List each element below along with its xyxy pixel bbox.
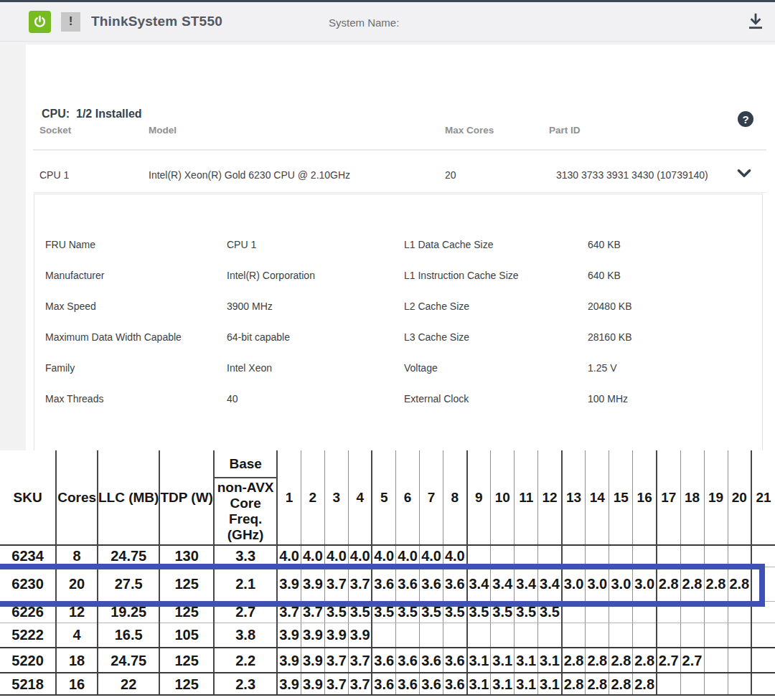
turbo-cell: 4.0: [443, 545, 467, 567]
active-cores-header: 15: [609, 450, 633, 545]
turbo-cell: [657, 601, 680, 623]
turbo-cell: 3.5: [372, 601, 395, 623]
app-header: ! ThinkSystem ST550 System Name:: [0, 2, 775, 42]
sku-cores-cell: 12: [56, 601, 98, 623]
turbo-cell: 3.6: [396, 673, 420, 695]
turbo-cell: 2.8: [586, 648, 609, 673]
detail-label: L3 Cache Size: [404, 331, 588, 343]
turbo-cell: [728, 601, 751, 623]
turbo-cell: 3.7: [348, 673, 372, 695]
turbo-cell: 3.1: [491, 673, 515, 695]
download-button[interactable]: [746, 12, 765, 31]
turbo-cell: 3.9: [301, 648, 324, 673]
turbo-cell: 3.1: [491, 648, 515, 673]
sku-sku-cell: 6226: [0, 601, 56, 623]
turbo-cell: 3.7: [301, 601, 324, 623]
turbo-cell: 4.0: [420, 545, 443, 567]
turbo-cell: 2.8: [680, 567, 704, 601]
turbo-cell: [538, 545, 562, 567]
turbo-cell: 3.5: [396, 601, 420, 623]
active-cores-header: 12: [538, 450, 562, 545]
column-header-model: Model: [149, 125, 177, 136]
detail-value: 20480 KB: [588, 301, 758, 312]
turbo-cell: [728, 623, 751, 648]
turbo-cell: [751, 648, 775, 673]
active-cores-header: 2: [301, 450, 324, 545]
turbo-cell: 4.0: [372, 545, 395, 567]
turbo-cell: [609, 623, 633, 648]
turbo-cell: [704, 545, 728, 567]
sku-llc-cell: 24.75: [98, 545, 159, 567]
turbo-cell: 3.9: [301, 673, 324, 695]
active-cores-header: 14: [586, 450, 609, 545]
turbo-cell: 3.5: [515, 601, 538, 623]
sku-base-cell: 3.3: [214, 545, 277, 567]
turbo-cell: 3.5: [348, 601, 372, 623]
turbo-cell: [562, 623, 586, 648]
turbo-cell: 3.5: [467, 601, 491, 623]
active-cores-header: 8: [443, 450, 467, 545]
detail-label: Family: [45, 362, 227, 374]
turbo-cell: 3.1: [538, 673, 562, 695]
spec-col-header: TDP (W): [159, 450, 214, 545]
detail-value: CPU 1: [227, 239, 404, 250]
detail-value: 100 MHz: [588, 393, 758, 405]
panel-title: CPU: 1/2 Installed: [42, 108, 142, 120]
detail-value: Intel(R) Corporation: [227, 270, 404, 281]
turbo-cell: [728, 545, 751, 567]
turbo-cell: [515, 545, 538, 567]
active-cores-header: 18: [680, 450, 704, 545]
spec-col-header: SKU: [0, 450, 56, 545]
active-cores-header: 19: [704, 450, 728, 545]
turbo-cell: 3.0: [562, 567, 586, 601]
detail-label: External Clock: [404, 393, 588, 405]
turbo-cell: [586, 601, 609, 623]
turbo-cell: 3.6: [372, 567, 395, 601]
turbo-cell: 3.9: [277, 648, 301, 673]
turbo-cell: [704, 648, 728, 673]
base-header-top: Base: [215, 450, 276, 478]
turbo-cell: 3.6: [372, 648, 395, 673]
cpu1-row[interactable]: CPU 1 Intel(R) Xeon(R) Gold 6230 CPU @ 2…: [26, 149, 775, 192]
turbo-cell: [751, 601, 775, 623]
turbo-cell: [704, 601, 728, 623]
turbo-cell: 2.7: [657, 648, 680, 673]
active-cores-header: 17: [657, 450, 680, 545]
turbo-cell: 3.5: [443, 601, 467, 623]
turbo-cell: 3.6: [396, 648, 420, 673]
turbo-cell: [562, 545, 586, 567]
active-cores-header: 13: [562, 450, 586, 545]
cpu1-socket: CPU 1: [39, 169, 69, 181]
turbo-cell: [751, 545, 775, 567]
turbo-cell: 3.4: [538, 567, 562, 601]
turbo-cell: 3.1: [467, 648, 491, 673]
turbo-cell: 3.6: [420, 673, 443, 695]
chevron-down-icon[interactable]: [735, 164, 753, 182]
turbo-cell: 3.9: [301, 567, 324, 601]
alert-badge[interactable]: !: [61, 12, 80, 32]
turbo-cell: 3.7: [324, 567, 348, 601]
turbo-cell: [657, 673, 680, 695]
active-cores-header: 5: [372, 450, 395, 545]
turbo-cell: [609, 545, 633, 567]
detail-label: FRU Name: [45, 239, 227, 250]
active-cores-header: 4: [348, 450, 372, 545]
turbo-cell: [633, 623, 657, 648]
sku-cores-cell: 20: [56, 567, 98, 601]
detail-label: L1 Data Cache Size: [404, 239, 588, 250]
detail-value: 64-bit capable: [227, 331, 404, 343]
turbo-cell: 3.9: [277, 673, 301, 695]
turbo-cell: 3.5: [538, 601, 562, 623]
spec-col-header-base: Basenon-AVX Core Freq. (GHz): [214, 450, 277, 545]
turbo-cell: 3.6: [396, 567, 420, 601]
detail-label: Voltage: [404, 362, 588, 374]
turbo-cell: 3.0: [609, 567, 633, 601]
turbo-cell: 4.0: [396, 545, 420, 567]
turbo-cell: [633, 601, 657, 623]
active-cores-header: 11: [515, 450, 538, 545]
turbo-cell: [538, 623, 562, 648]
turbo-cell: 3.4: [491, 567, 515, 601]
turbo-cell: 3.9: [277, 623, 301, 648]
power-status-button[interactable]: [29, 11, 51, 33]
turbo-cell: 2.8: [633, 673, 657, 695]
